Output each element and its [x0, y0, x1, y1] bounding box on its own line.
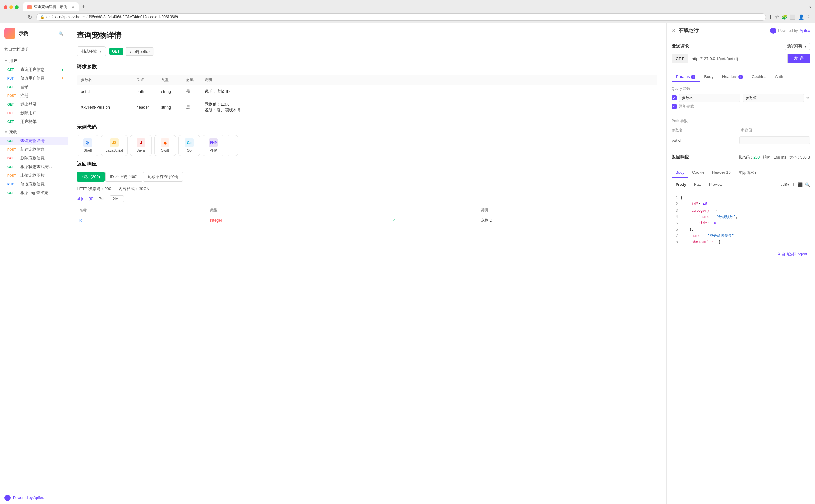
panel-env-selector[interactable]: 测试环境 ▼ [785, 43, 810, 50]
param-name-input[interactable] [679, 94, 740, 102]
resp-tab-200[interactable]: 成功 (200) [77, 172, 105, 182]
sidebar-item-get-logout[interactable]: GET 退出登录 [0, 100, 68, 109]
param-value-input[interactable] [743, 94, 804, 102]
bookmark-icon[interactable]: ☆ [775, 14, 779, 20]
sidebar-header: 示例 🔍 [0, 23, 68, 44]
shell-icon: $ [83, 138, 92, 147]
view-pretty-btn[interactable]: Pretty [672, 181, 690, 188]
req-url-input[interactable] [688, 54, 788, 63]
view-preview-btn[interactable]: Preview [705, 181, 726, 188]
lang-java[interactable]: J Java [130, 135, 152, 156]
lang-shell[interactable]: $ Shell [77, 135, 98, 156]
split-view-icon[interactable]: ⬜ [790, 14, 796, 20]
param-checkbox[interactable]: ✓ [672, 95, 677, 100]
field-required-check: ✓ [390, 215, 478, 226]
resp-tab-actual[interactable]: 实际请求● [734, 168, 761, 178]
tab-body[interactable]: Body [700, 72, 718, 82]
sidebar-item-get-pet-detail[interactable]: GET 查询宠物详情 [0, 137, 68, 145]
json-line: 5 "id": 18 [672, 220, 810, 226]
method-get-badge: GET [109, 48, 123, 55]
search-icon[interactable]: 🔍 [59, 31, 63, 36]
field-name-id: id [77, 215, 207, 226]
view-raw-btn[interactable]: Raw [690, 181, 705, 188]
resp-encoding-selector[interactable]: utf8 ▾ [781, 182, 789, 187]
forward-button[interactable]: → [15, 14, 24, 20]
resp-object-type[interactable]: object {9} [77, 196, 94, 201]
more-langs-button[interactable]: ⋯ [227, 135, 238, 156]
tab-cookies[interactable]: Cookies [747, 72, 771, 82]
field-type: integer [207, 215, 390, 226]
sidebar-item-docs[interactable]: 接口文档说明 [0, 44, 68, 55]
sidebar-item-get-leaderboard[interactable]: GET 用户榜单 [0, 117, 68, 126]
sidebar-item-put-pet[interactable]: PUT 修改宠物信息 [0, 180, 68, 189]
tab-headers[interactable]: Headers1 [718, 72, 747, 82]
browser-tab[interactable]: 查询宠物详情 - 示例 × [23, 2, 79, 11]
method-badge-del: DEL [7, 111, 18, 115]
sidebar-item-post-pet-photo[interactable]: POST 上传宠物图片 [0, 171, 68, 180]
json-line: 2 "id": 46, [672, 201, 810, 207]
extensions-icon[interactable]: 🧩 [782, 14, 787, 20]
back-button[interactable]: ← [4, 14, 12, 20]
send-request-title: 发送请求 测试环境 ▼ [672, 43, 810, 50]
profile-icon[interactable]: 👤 [798, 14, 804, 20]
sidebar-item-post-register[interactable]: POST 注册 [0, 91, 68, 100]
xml-button[interactable]: XML [110, 195, 124, 202]
maximize-window-button[interactable] [15, 5, 19, 9]
sidebar-section-header-users[interactable]: ▼ 用户 [0, 56, 68, 65]
lang-go[interactable]: Go Go [178, 135, 200, 156]
edit-icon[interactable]: ✏ [806, 95, 810, 100]
path-param-value-input[interactable] [739, 136, 810, 144]
lang-javascript[interactable]: JS JavaScript [101, 135, 128, 156]
tab-auth[interactable]: Auth [771, 72, 788, 82]
sidebar-item-get-pet-status[interactable]: GET 根据状态查找宠... [0, 163, 68, 171]
tab-expand-button[interactable]: ▾ [809, 5, 811, 9]
lang-swift[interactable]: ◆ Swift [154, 135, 176, 156]
param-desc: 示例值：1.0.0说明：客户端版本号 [201, 98, 658, 116]
close-window-button[interactable] [4, 5, 7, 9]
new-tab-button[interactable]: + [80, 4, 87, 10]
lang-php[interactable]: PHP PHP [203, 135, 224, 156]
sidebar-item-get-user[interactable]: GET 查询用户信息 [0, 65, 68, 74]
resp-tab-header[interactable]: Header 10 [708, 168, 734, 178]
panel-close-button[interactable]: ✕ [672, 28, 676, 33]
sidebar-item-get-pet-tag[interactable]: GET 根据 tag 查找宠... [0, 189, 68, 197]
json-line: 7 "name": "成分马选先是", [672, 232, 810, 239]
minimize-window-button[interactable] [9, 5, 13, 9]
sidebar-item-post-pet[interactable]: POST 新建宠物信息 [0, 145, 68, 154]
query-params-label: Query 参数 [672, 86, 810, 91]
resp-time: 耗时：198 ms [763, 155, 786, 160]
menu-icon[interactable]: ⋮ [807, 14, 811, 20]
resp-tab-400[interactable]: ID 不正确 (400) [105, 172, 142, 182]
sidebar-section-header-pets[interactable]: ▼ 宠物 [0, 127, 68, 137]
sidebar-item-del-user[interactable]: DEL 删除用户 [0, 109, 68, 117]
url-text: apifox.cn/apidoc/shared-1f95cdd8-3d3d-40… [46, 15, 762, 19]
reload-button[interactable]: ↻ [26, 14, 34, 21]
resp-tab-404[interactable]: 记录不存在 (404) [143, 172, 183, 182]
env-selector[interactable]: 测试环境 ▼ [77, 46, 106, 56]
add-param-label: 添加参数 [679, 104, 694, 109]
auto-agent-icon: ⚙ [777, 252, 781, 257]
tab-params[interactable]: Params1 [672, 72, 700, 82]
resp-tab-cookie[interactable]: Cookie [688, 168, 708, 178]
search-icon[interactable]: 🔍 [805, 182, 810, 187]
col-header-required: 必填 [182, 75, 201, 85]
params-section-title: 请求参数 [77, 64, 658, 70]
tab-close-button[interactable]: × [72, 5, 74, 10]
sidebar-item-label: 删除用户 [20, 110, 37, 116]
param-checkbox-add[interactable]: ✓ [672, 104, 677, 109]
sidebar-item-get-login[interactable]: GET 登录 [0, 83, 68, 91]
auto-agent-label[interactable]: 自动选择 Agent ↑ [782, 252, 810, 257]
send-button[interactable]: 发 送 [788, 54, 810, 63]
sidebar-item-put-user[interactable]: PUT 修改用户信息 [0, 74, 68, 83]
expand-icon[interactable]: ⬛ [798, 182, 803, 187]
field-desc: 宠物ID [478, 215, 658, 226]
share-icon[interactable]: ⬆ [769, 14, 773, 20]
method-badge-get: GET [7, 191, 18, 195]
sidebar-item-del-pet[interactable]: DEL 删除宠物信息 [0, 154, 68, 163]
sidebar-section-pets: ▼ 宠物 GET 查询宠物详情 POST 新建宠物信息 DEL 删除宠物信息 G… [0, 127, 68, 197]
param-desc: 说明：宠物 ID [201, 85, 658, 98]
copy-icon[interactable]: ⬆ [792, 182, 795, 187]
resp-tab-body[interactable]: Body [672, 168, 688, 178]
address-input[interactable]: 🔒 apifox.cn/apidoc/shared-1f95cdd8-3d3d-… [36, 13, 766, 21]
chevron-down-icon: ▾ [787, 182, 789, 187]
